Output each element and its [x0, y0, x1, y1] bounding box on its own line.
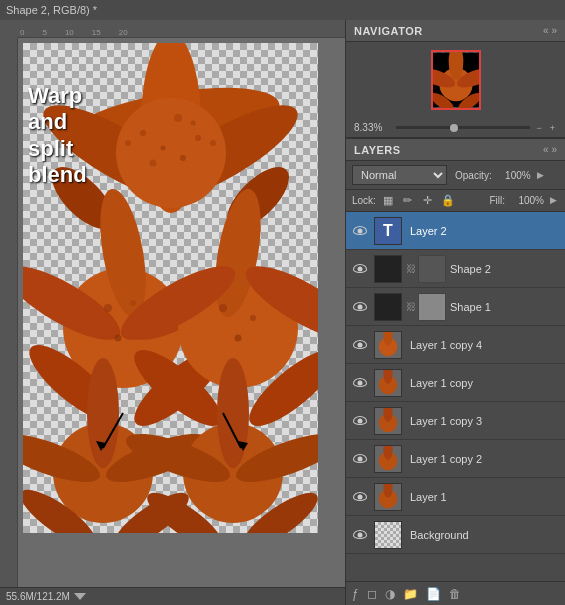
lock-brush-icon[interactable]: ✏ — [400, 192, 416, 208]
layer-row-background[interactable]: Background — [346, 516, 565, 554]
layers-header: LAYERS « » — [346, 139, 565, 161]
layers-panel-arrows: « » — [543, 144, 557, 155]
collapse-arrow[interactable]: « — [543, 25, 549, 36]
canvas-area: 0 5 10 15 20 — [0, 20, 345, 605]
svg-point-22 — [104, 304, 112, 312]
svg-point-32 — [219, 304, 227, 312]
layers-blend-row: Normal Dissolve Multiply Screen Overlay … — [346, 161, 565, 190]
ruler-row: 0 5 10 15 20 — [0, 20, 345, 38]
canvas-container: Warpandsplitblend — [18, 38, 345, 587]
zoom-out-btn[interactable]: − — [534, 123, 543, 133]
navigator-panel: NAVIGATOR « » — [346, 20, 565, 139]
layers-panel: LAYERS « » Normal Dissolve Multiply Scre… — [346, 139, 565, 605]
layer-eye-layer1[interactable] — [350, 487, 370, 507]
layer-thumb-layer1 — [374, 483, 402, 511]
lock-row: Lock: ▦ ✏ ✛ 🔒 Fill: 100% ▶ — [346, 190, 565, 212]
opacity-value[interactable]: 100% — [496, 170, 531, 181]
panel-arrows: « » — [543, 25, 557, 36]
status-text: 55.6M/121.2M — [6, 591, 70, 602]
layer-group-icon[interactable]: 📁 — [403, 587, 418, 601]
layer-name-layer2: Layer 2 — [406, 225, 561, 237]
layer-eye-copy[interactable] — [350, 373, 370, 393]
layer-adjust-icon[interactable]: ◑ — [385, 587, 395, 601]
layer-thumb-copy2 — [374, 445, 402, 473]
layers-expand-arrow[interactable]: » — [551, 144, 557, 155]
svg-point-13 — [191, 121, 196, 126]
svg-point-11 — [180, 155, 186, 161]
layer-row-layer1[interactable]: Layer 1 — [346, 478, 565, 516]
top-bar: Shape 2, RGB/8) * — [0, 0, 565, 20]
zoom-slider[interactable] — [396, 126, 530, 129]
layer-eye-copy4[interactable] — [350, 335, 370, 355]
horizontal-ruler: 0 5 10 15 20 — [18, 20, 345, 38]
layer-new-icon[interactable]: 📄 — [426, 587, 441, 601]
layer-eye-shape1[interactable] — [350, 297, 370, 317]
eye-icon-shape2 — [353, 264, 367, 273]
lock-all-icon[interactable]: 🔒 — [440, 192, 456, 208]
layers-title: LAYERS — [354, 144, 401, 156]
svg-point-15 — [210, 140, 216, 146]
layer-name-background: Background — [406, 529, 561, 541]
layer-row-copy2[interactable]: Layer 1 copy 2 — [346, 440, 565, 478]
zoom-in-btn[interactable]: + — [548, 123, 557, 133]
vertical-ruler — [0, 38, 18, 587]
layer-thumb-copy3 — [374, 407, 402, 435]
status-bar: 55.6M/121.2M — [0, 587, 345, 605]
layer-eye-layer2[interactable] — [350, 221, 370, 241]
layer-name-shape2: Shape 2 — [446, 263, 561, 275]
play-button[interactable] — [74, 593, 86, 601]
layer-eye-background[interactable] — [350, 525, 370, 545]
navigator-thumbnail — [431, 50, 481, 110]
opacity-arrow[interactable]: ▶ — [535, 170, 546, 180]
svg-point-42 — [217, 358, 249, 468]
layer-name-layer1: Layer 1 — [406, 491, 561, 503]
eye-icon-copy3 — [353, 416, 367, 425]
svg-point-14 — [125, 140, 131, 146]
layer-eye-copy3[interactable] — [350, 411, 370, 431]
right-panel: NAVIGATOR « » — [345, 20, 565, 605]
layer-name-copy2: Layer 1 copy 2 — [406, 453, 561, 465]
lock-move-icon[interactable]: ✛ — [420, 192, 436, 208]
layer-row-layer2[interactable]: T Layer 2 — [346, 212, 565, 250]
svg-point-8 — [174, 114, 182, 122]
layer-row-copy4[interactable]: Layer 1 copy 4 — [346, 326, 565, 364]
layer-row-shape2[interactable]: ⛓ Shape 2 — [346, 250, 565, 288]
layer-name-copy4: Layer 1 copy 4 — [406, 339, 561, 351]
eye-icon-layer1 — [353, 492, 367, 501]
blend-mode-select[interactable]: Normal Dissolve Multiply Screen Overlay — [352, 165, 447, 185]
svg-point-10 — [161, 146, 166, 151]
fill-arrow[interactable]: ▶ — [548, 195, 559, 205]
layer-name-shape1: Shape 1 — [446, 301, 561, 313]
expand-arrow[interactable]: » — [551, 25, 557, 36]
layer-delete-icon[interactable]: 🗑 — [449, 587, 461, 601]
thumb-starfish-svg — [433, 52, 479, 108]
svg-point-34 — [235, 335, 242, 342]
lock-transparent-icon[interactable]: ▦ — [380, 192, 396, 208]
layer-mask-icon[interactable]: ◻ — [367, 587, 377, 601]
svg-point-7 — [140, 130, 146, 136]
svg-point-9 — [195, 135, 201, 141]
eye-icon-copy4 — [353, 340, 367, 349]
layers-bottom-bar: ƒ ◻ ◑ 📁 📄 🗑 — [346, 581, 565, 605]
layer-thumb-shape1 — [374, 293, 402, 321]
layers-collapse-arrow[interactable]: « — [543, 144, 549, 155]
layer-chain-shape1: ⛓ — [406, 301, 416, 312]
window-title: Shape 2, RGB/8) * — [6, 4, 97, 16]
warp-text: Warpandsplitblend — [28, 83, 87, 189]
layer-mask-shape1 — [418, 293, 446, 321]
layer-eye-copy2[interactable] — [350, 449, 370, 469]
navigator-header: NAVIGATOR « » — [346, 20, 565, 42]
fill-value[interactable]: 100% — [509, 195, 544, 206]
main-area: 0 5 10 15 20 — [0, 20, 565, 605]
layer-eye-shape2[interactable] — [350, 259, 370, 279]
svg-point-25 — [130, 300, 136, 306]
eye-icon-copy2 — [353, 454, 367, 463]
layer-row-copy3[interactable]: Layer 1 copy 3 — [346, 402, 565, 440]
layer-style-icon[interactable]: ƒ — [352, 587, 359, 601]
svg-point-36 — [87, 358, 119, 468]
fill-label: Fill: — [489, 195, 505, 206]
layer-row-shape1[interactable]: ⛓ Shape 1 — [346, 288, 565, 326]
eye-icon-copy — [353, 378, 367, 387]
layer-thumb-copy — [374, 369, 402, 397]
layer-row-copy[interactable]: Layer 1 copy — [346, 364, 565, 402]
